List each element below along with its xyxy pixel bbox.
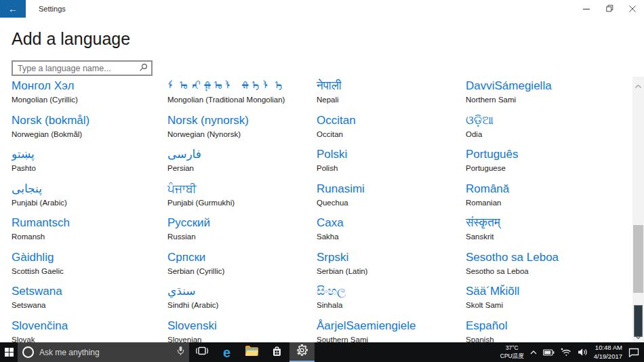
language-native: ᠮᠣᠩᠭᠣᠯ ᠬᠡᠯᠡ [167, 79, 317, 93]
language-item[interactable]: संस्कृतम् Sanskrit [466, 216, 644, 250]
file-explorer-button[interactable] [239, 342, 264, 362]
microphone-icon[interactable] [177, 346, 184, 359]
task-view-button[interactable] [189, 342, 214, 362]
cortana-icon [22, 346, 34, 358]
language-english: Nepali [317, 95, 466, 104]
back-button[interactable]: ← [0, 0, 26, 18]
language-item[interactable]: فارسی Persian [167, 147, 317, 182]
language-native: नेपाली [317, 79, 466, 93]
volume-icon[interactable] [578, 348, 588, 357]
language-english: Serbian (Latin) [317, 266, 466, 276]
show-hidden-icons-button[interactable] [530, 350, 537, 355]
scrollbar-down-icon[interactable] [632, 329, 644, 342]
cpu-temperature-value: 37°C [500, 344, 524, 352]
language-item[interactable]: Runasimi Quechua [317, 182, 466, 216]
language-grid: Монгол Хэл Mongolian (Cyrillic) ᠮᠣᠩᠭᠣᠯ ᠬ… [12, 79, 644, 342]
language-item[interactable]: Polski Polish [317, 147, 466, 182]
language-item[interactable]: ÅarjelSaemiengiele Southern Sami [317, 319, 466, 343]
language-search-input[interactable] [16, 63, 139, 74]
language-item[interactable]: Occitan Occitan [317, 113, 466, 148]
language-item[interactable]: ਪੰਜਾਬੀ Punjabi (Gurmukhi) [167, 182, 317, 216]
language-native: Polski [317, 147, 466, 161]
language-native: Runasimi [317, 182, 466, 196]
language-item[interactable]: ଓଡ଼ିଆ Odia [466, 113, 644, 148]
language-item[interactable]: Português Portuguese [466, 147, 644, 182]
language-item[interactable]: Srpski Serbian (Latin) [317, 250, 466, 285]
language-native: Slovenski [167, 319, 317, 333]
language-native: Occitan [317, 113, 466, 127]
language-item[interactable]: Српски Serbian (Cyrillic) [167, 250, 317, 285]
language-item[interactable]: Norsk (bokmål) Norwegian (Bokmål) [12, 113, 167, 148]
task-view-icon [195, 346, 209, 359]
language-english: Slovenian [167, 335, 317, 343]
language-item[interactable]: ᠮᠣᠩᠭᠣᠯ ᠬᠡᠯᠡ Mongolian (Traditional Mongo… [167, 79, 317, 113]
language-item[interactable]: Gàidhlig Scottish Gaelic [12, 250, 167, 285]
language-item[interactable]: Rumantsch Romansh [12, 216, 167, 250]
language-english: Serbian (Cyrillic) [167, 266, 317, 276]
language-item[interactable]: پښتو Pashto [12, 147, 167, 182]
language-item[interactable]: Setswana Setswana [12, 284, 167, 319]
language-item[interactable]: Español Spanish [466, 319, 644, 343]
start-button[interactable] [0, 342, 18, 362]
language-english: Russian [167, 232, 317, 241]
system-tray: 37°C CPU温度 [500, 342, 644, 362]
language-english: Punjabi (Gurmukhi) [167, 198, 317, 207]
language-native: ਪੰਜਾਬੀ [167, 182, 317, 196]
language-item[interactable]: Sesotho sa Leboa Sesotho sa Leboa [466, 250, 644, 285]
wifi-icon[interactable] [561, 348, 571, 357]
windows-logo-icon [5, 348, 14, 357]
cpu-temperature-widget[interactable]: 37°C CPU温度 [500, 344, 524, 359]
language-native: ଓଡ଼ିଆ [466, 113, 644, 127]
language-native: Gàidhlig [12, 250, 167, 264]
app-title: Settings [39, 5, 66, 13]
language-item[interactable]: Caxa Sakha [317, 216, 466, 250]
language-item[interactable]: Română Romanian [466, 182, 644, 216]
taskbar-search-box[interactable]: Ask me anything [18, 342, 189, 362]
close-icon [629, 4, 636, 14]
language-english: Norwegian (Nynorsk) [167, 129, 317, 139]
language-native: فارسی [167, 147, 317, 161]
restore-button[interactable] [598, 0, 621, 18]
language-english: Odia [466, 129, 644, 139]
language-item[interactable]: پنجابی Punjabi (Arabic) [12, 182, 167, 216]
language-native: Română [466, 182, 644, 196]
close-button[interactable] [621, 0, 644, 18]
folder-icon [245, 346, 258, 359]
language-item[interactable]: සිංහල Sinhala [317, 284, 466, 319]
page-title: Add a language [12, 28, 644, 49]
language-english: Setswana [12, 300, 167, 310]
language-item[interactable]: Монгол Хэл Mongolian (Cyrillic) [12, 79, 167, 113]
back-arrow-icon: ← [8, 3, 18, 14]
edge-browser-button[interactable]: e [214, 342, 239, 362]
language-native: Монгол Хэл [12, 79, 167, 93]
taskbar: Ask me anything e [0, 342, 644, 362]
language-item[interactable]: Sää´Mǩiõll Skolt Sami [466, 284, 644, 319]
scrollbar-track[interactable] [632, 77, 644, 342]
language-english: Norwegian (Bokmål) [12, 129, 167, 139]
language-english: Spanish [466, 335, 644, 343]
language-item[interactable]: Slovenčina Slovak [12, 319, 167, 343]
language-item[interactable]: سنڌي Sindhi (Arabic) [167, 284, 317, 319]
scrollbar-up-icon[interactable] [632, 79, 644, 91]
language-english: Skolt Sami [466, 300, 644, 310]
scrollbar-thumb[interactable] [633, 225, 643, 293]
clock-time: 10:48 AM [594, 344, 622, 352]
language-native: Sää´Mǩiõll [466, 284, 644, 298]
language-item[interactable]: Slovenski Slovenian [167, 319, 317, 343]
clock-widget[interactable]: 10:48 AM 4/19/2017 [594, 344, 622, 361]
search-icon[interactable] [139, 62, 148, 75]
language-english: Sakha [317, 232, 466, 241]
language-english: Mongolian (Traditional Mongolian) [167, 95, 317, 104]
settings-app-button[interactable] [289, 342, 315, 362]
language-item[interactable]: Norsk (nynorsk) Norwegian (Nynorsk) [167, 113, 317, 148]
language-item[interactable]: Русский Russian [167, 216, 317, 250]
language-item[interactable]: DavviSámegiella Northern Sami [466, 79, 644, 113]
store-button[interactable] [264, 342, 289, 362]
language-item[interactable]: नेपाली Nepali [317, 79, 466, 113]
battery-icon[interactable] [543, 349, 555, 356]
minimize-button[interactable] [575, 0, 598, 18]
language-native: Norsk (nynorsk) [167, 113, 317, 127]
language-english: Portuguese [466, 163, 644, 173]
action-center-button[interactable] [628, 348, 639, 357]
language-native: Српски [167, 250, 317, 264]
